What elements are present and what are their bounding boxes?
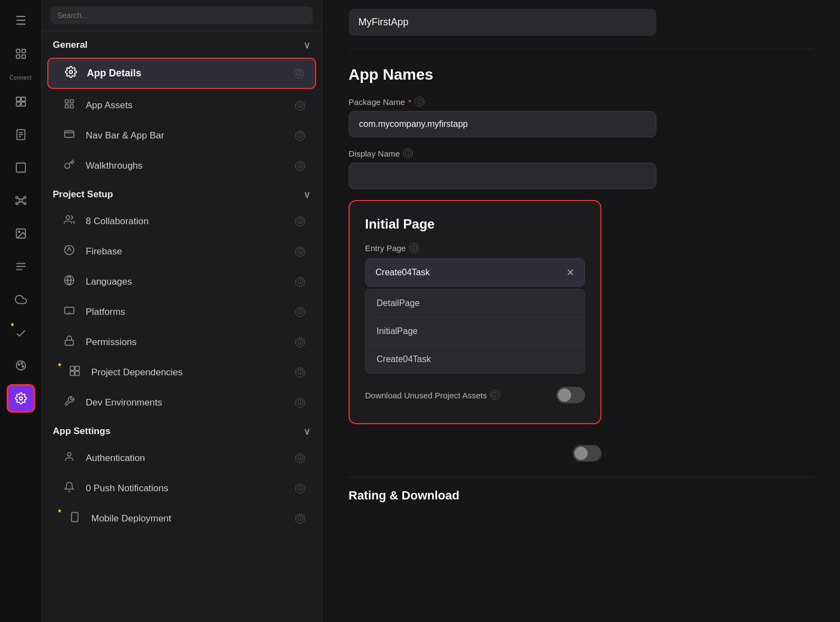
package-name-label: Package Name * ⓘ — [349, 97, 814, 107]
svg-point-15 — [24, 197, 26, 199]
hub-icon-btn[interactable] — [7, 186, 35, 215]
cloud-icon-btn[interactable] — [7, 285, 35, 314]
display-name-info-icon[interactable]: ⓘ — [403, 148, 413, 158]
project-deps-icon — [69, 365, 86, 379]
svg-rect-1 — [21, 49, 25, 53]
app-names-title: App Names — [349, 66, 814, 84]
settings-active-icon-btn[interactable] — [7, 384, 35, 413]
nav-item-app-assets-label: App Assets — [86, 100, 295, 111]
nav-item-firebase[interactable]: Firebase ⓘ — [47, 237, 316, 265]
project-setup-chevron-icon: ∨ — [303, 188, 311, 201]
navbar-info-icon[interactable]: ⓘ — [295, 131, 305, 141]
permissions-info-icon[interactable]: ⓘ — [295, 337, 305, 347]
nav-item-collaboration[interactable]: 8 Collaboration ⓘ — [47, 207, 316, 235]
nav-item-app-assets[interactable]: App Assets ⓘ — [47, 91, 316, 119]
package-name-required: * — [408, 97, 412, 107]
entry-page-select[interactable]: Create04Task ✕ — [365, 258, 585, 287]
authentication-icon — [64, 451, 80, 465]
nav-item-walkthroughs[interactable]: Walkthroughs ⓘ — [47, 152, 316, 180]
authentication-info-icon[interactable]: ⓘ — [295, 453, 305, 463]
extra-toggle[interactable] — [573, 445, 601, 462]
search-input[interactable] — [51, 7, 313, 24]
app-settings-chevron-icon: ∨ — [303, 425, 311, 437]
svg-point-29 — [21, 363, 23, 364]
entry-page-label: Entry Page ⓘ — [365, 243, 585, 253]
nav-item-dev-env-label: Dev Environments — [86, 397, 295, 408]
star-check-icon-btn[interactable]: ★ — [7, 318, 35, 347]
general-section-header[interactable]: General ∨ — [42, 31, 322, 57]
nav-item-platforms[interactable]: Platforms ⓘ — [47, 298, 316, 326]
svg-point-16 — [15, 203, 18, 205]
nav-item-push-notifications-label: 0 Push Notifications — [86, 483, 295, 494]
sidebar: General ∨ App Details ⓘ App Assets ⓘ — [42, 0, 322, 622]
app-name-input[interactable] — [349, 9, 656, 36]
dev-env-icon — [64, 396, 80, 409]
dev-env-info-icon[interactable]: ⓘ — [295, 398, 305, 408]
nav-item-permissions-label: Permissions — [86, 337, 295, 348]
entry-page-clear-button[interactable]: ✕ — [566, 266, 574, 279]
display-name-label: Display Name ⓘ — [349, 148, 814, 158]
general-section-title: General — [53, 40, 87, 51]
languages-info-icon[interactable]: ⓘ — [295, 277, 305, 287]
svg-rect-0 — [16, 49, 19, 53]
walkthroughs-info-icon[interactable]: ⓘ — [295, 161, 305, 171]
nav-item-project-deps[interactable]: ★ Project Dependencies ⓘ — [47, 358, 316, 386]
nav-item-mobile-deployment[interactable]: ★ Mobile Deployment ⓘ — [47, 504, 316, 532]
palette-icon-btn[interactable] — [7, 351, 35, 380]
layers-icon-btn[interactable] — [7, 87, 35, 116]
svg-rect-48 — [70, 371, 75, 376]
nav-item-firebase-label: Firebase — [86, 246, 295, 257]
icon-rail: ☰ Connect — [0, 0, 42, 622]
download-assets-label: Download Unused Project Assets ⓘ — [365, 390, 500, 400]
connect-icon-btn[interactable] — [7, 40, 35, 68]
svg-point-32 — [69, 70, 73, 74]
nav-item-authentication[interactable]: Authentication ⓘ — [47, 444, 316, 472]
nav-item-app-details[interactable]: App Details ⓘ — [47, 58, 316, 89]
project-deps-info-icon[interactable]: ⓘ — [295, 368, 305, 377]
image-icon-btn[interactable] — [7, 219, 35, 248]
mobile-deployment-icon — [69, 512, 86, 525]
nav-item-navbar[interactable]: Nav Bar & App Bar ⓘ — [47, 121, 316, 149]
dropdown-item-1[interactable]: InitialPage — [366, 318, 584, 346]
svg-point-23 — [18, 231, 20, 232]
app-details-info-icon[interactable]: ⓘ — [294, 69, 304, 79]
app-assets-info-icon[interactable]: ⓘ — [295, 101, 305, 110]
list-icon-btn[interactable] — [7, 252, 35, 281]
download-assets-info-icon[interactable]: ⓘ — [490, 390, 500, 400]
connect-label: Connect — [9, 75, 32, 81]
project-setup-section-header[interactable]: Project Setup ∨ — [42, 181, 322, 206]
general-chevron-icon: ∨ — [303, 39, 311, 51]
dropdown-item-0[interactable]: DetailPage — [366, 290, 584, 318]
display-name-input[interactable] — [349, 163, 656, 189]
download-assets-toggle[interactable] — [556, 387, 585, 403]
entry-page-info-icon[interactable]: ⓘ — [409, 243, 419, 253]
nav-item-push-notifications[interactable]: 0 Push Notifications ⓘ — [47, 474, 316, 502]
extra-toggle-row — [349, 441, 601, 466]
nav-item-project-deps-label: Project Dependencies — [91, 367, 295, 378]
doc-icon-btn[interactable] — [7, 120, 35, 149]
push-notifications-info-icon[interactable]: ⓘ — [295, 484, 305, 493]
app-settings-section-header[interactable]: App Settings ∨ — [42, 418, 322, 443]
firebase-info-icon[interactable]: ⓘ — [295, 247, 305, 257]
collaboration-info-icon[interactable]: ⓘ — [295, 216, 305, 226]
svg-rect-36 — [70, 105, 74, 108]
download-assets-toggle-row: Download Unused Project Assets ⓘ — [365, 382, 585, 408]
section-divider — [349, 477, 814, 477]
nav-item-languages[interactable]: Languages ⓘ — [47, 268, 316, 296]
svg-rect-45 — [65, 340, 74, 345]
push-notifications-icon — [64, 481, 80, 495]
mobile-deployment-info-icon[interactable]: ⓘ — [295, 514, 305, 524]
package-name-info-icon[interactable]: ⓘ — [415, 97, 424, 107]
package-name-input[interactable] — [349, 111, 656, 137]
nav-item-walkthroughs-label: Walkthroughs — [86, 160, 295, 171]
nav-item-dev-env[interactable]: Dev Environments ⓘ — [47, 388, 316, 416]
firebase-icon — [64, 245, 80, 258]
svg-point-31 — [19, 397, 23, 400]
app-assets-icon — [64, 98, 80, 112]
box-icon-btn[interactable] — [7, 153, 35, 182]
nav-item-permissions[interactable]: Permissions ⓘ — [47, 328, 316, 356]
dropdown-item-2[interactable]: Create04Task — [366, 346, 584, 373]
platforms-info-icon[interactable]: ⓘ — [295, 307, 305, 317]
svg-rect-5 — [21, 97, 25, 101]
menu-icon-btn[interactable]: ☰ — [7, 7, 35, 35]
